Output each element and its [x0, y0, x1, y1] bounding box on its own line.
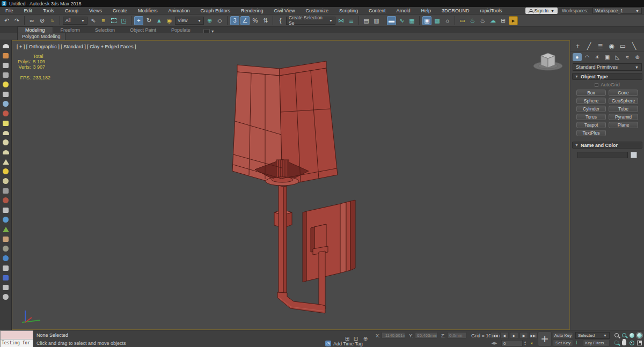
ribbon-toggle-icon[interactable]: ▬	[387, 16, 396, 25]
render-setup-icon[interactable]: ☼	[443, 16, 452, 25]
rectangular-selection-region-icon[interactable]	[109, 16, 118, 25]
render-iterative-teapot-icon[interactable]: ♨	[478, 16, 487, 25]
button-cone[interactable]: Cone	[609, 90, 638, 96]
menu-content[interactable]: Content	[363, 7, 391, 14]
group-objects-icon[interactable]	[2, 109, 10, 117]
frame-step-icon[interactable]: ◀▶	[491, 339, 498, 347]
redo-icon[interactable]: ↷	[12, 16, 21, 25]
particles-icon[interactable]	[2, 187, 10, 195]
angle-snap-icon[interactable]: ∠	[240, 16, 250, 25]
menu-file[interactable]: File	[0, 7, 19, 14]
absolute-mode-icon[interactable]: ⊕	[362, 335, 369, 342]
layer-explorer-icon[interactable]: ▤	[362, 16, 371, 25]
select-by-name-icon[interactable]: ≡	[99, 16, 108, 25]
sconce-model[interactable]	[12, 41, 570, 330]
button-box[interactable]: Box	[576, 90, 606, 96]
orbit-icon[interactable]	[628, 339, 635, 346]
auto-key-button[interactable]: Auto Key	[553, 332, 573, 339]
teapot-icon[interactable]	[2, 42, 10, 50]
selection-set-dropdown[interactable]: Selected ▼	[575, 332, 610, 339]
select-and-rotate-icon[interactable]: ↻	[144, 16, 153, 25]
object-type-header[interactable]: ▼ Object Type	[572, 73, 642, 80]
unlink-selection-icon[interactable]: ⊘	[38, 16, 47, 25]
cat-helpers-icon[interactable]: ◺	[613, 53, 622, 61]
menu-3dground[interactable]: 3DGROUND	[436, 7, 475, 14]
tab-hierarchy-icon[interactable]: ≣	[595, 41, 605, 51]
frame-spinner[interactable]: ▲▼	[524, 340, 528, 346]
tab-modify-icon[interactable]: ╱	[584, 41, 594, 51]
zoom-extents-icon[interactable]	[628, 331, 635, 339]
mirror-icon[interactable]: ⋈	[336, 16, 346, 25]
cat-spacewarps-icon[interactable]: ≈	[623, 53, 632, 61]
hand-icon[interactable]	[2, 235, 10, 243]
rendered-frame-window-icon[interactable]: ▭	[458, 16, 467, 25]
select-and-manipulate-icon[interactable]: ◇	[215, 16, 224, 25]
tab-create-icon[interactable]: +	[573, 41, 583, 51]
tab-utilities-icon[interactable]: ╲	[629, 41, 639, 51]
menu-help[interactable]: Help	[415, 7, 436, 14]
monitor-icon[interactable]	[2, 264, 10, 272]
button-tube[interactable]: Tube	[609, 106, 638, 112]
spinner-snap-icon[interactable]: ⇅	[261, 16, 270, 25]
box-primitive-icon[interactable]	[2, 119, 10, 127]
object-name-field[interactable]	[577, 152, 628, 158]
teapot-primitive-icon[interactable]	[2, 148, 10, 156]
menu-modifiers[interactable]: Modifiers	[133, 7, 163, 14]
open-autodesk-app-icon[interactable]: ▸	[509, 16, 518, 25]
select-object-icon[interactable]: ⇖	[89, 16, 98, 25]
cage-gizmo-icon[interactable]	[2, 206, 10, 214]
bind-to-space-warp-icon[interactable]: ≈	[48, 16, 57, 25]
undo-icon[interactable]: ↶	[2, 16, 11, 25]
reference-coordinate-dropdown[interactable]: View▼	[175, 17, 204, 25]
play-button[interactable]: ▶	[510, 332, 518, 339]
select-and-place-icon[interactable]: ◉	[165, 16, 174, 25]
cat-shapes-icon[interactable]: ◠	[583, 53, 592, 61]
listener-macro-line[interactable]	[1, 331, 33, 339]
sphere-primitive-icon[interactable]	[2, 138, 10, 146]
sun-icon[interactable]	[2, 167, 10, 175]
ribbon-tab-selection[interactable]: Selection	[87, 27, 122, 33]
ribbon-tab-object-paint[interactable]: Object Paint	[122, 27, 164, 33]
menu-graph-editors[interactable]: Graph Editors	[195, 7, 236, 14]
list-view-icon[interactable]	[2, 61, 10, 69]
slate-material-editor-icon[interactable]: ▩	[433, 16, 442, 25]
go-to-start-button[interactable]: |◀◀	[491, 332, 499, 339]
go-to-end-button[interactable]: ▶▶|	[529, 332, 538, 339]
ribbon-display-toggle[interactable]: ▼	[203, 29, 215, 33]
cat-cameras-icon[interactable]: ▣	[603, 53, 612, 61]
menu-create[interactable]: Create	[107, 7, 133, 14]
menu-arnold[interactable]: Arnold	[391, 7, 415, 14]
maxscript-mini-listener[interactable]: Testing for i	[0, 330, 33, 347]
pan-icon[interactable]	[620, 339, 628, 346]
menu-scripting[interactable]: Scripting	[334, 7, 363, 14]
render-presets-icon[interactable]: ⊞	[499, 16, 508, 25]
menu-views[interactable]: Views	[84, 7, 107, 14]
set-keys-button[interactable]: +	[538, 331, 552, 346]
blue-ball-icon[interactable]	[2, 254, 10, 262]
percent-snap-icon[interactable]: %	[251, 16, 260, 25]
ribbon-tab-populate[interactable]: Populate	[164, 27, 198, 33]
button-torus[interactable]: Torus	[576, 114, 606, 120]
object-color-swatch[interactable]	[631, 152, 637, 158]
select-and-scale-icon[interactable]: ▲	[155, 16, 164, 25]
view-cube[interactable]	[530, 46, 568, 76]
viewport-label[interactable]: [ + ] [ Orthographic ] [ Standard ] [ Cl…	[17, 44, 136, 49]
tab-motion-icon[interactable]: ◉	[606, 41, 617, 51]
spreadsheet-icon[interactable]	[2, 71, 10, 79]
maximize-viewport-icon[interactable]	[635, 339, 643, 346]
blue-box-icon[interactable]	[2, 274, 10, 282]
button-cylinder[interactable]: Cylinder	[576, 106, 606, 112]
button-geosphere[interactable]: GeoSphere	[609, 98, 638, 104]
select-and-link-icon[interactable]: ∞	[27, 16, 36, 25]
set-key-button[interactable]: Set Key	[553, 339, 573, 346]
y-field[interactable]: 65,463mm	[415, 332, 437, 338]
zoom-all-icon[interactable]	[620, 331, 628, 339]
material-editor-icon[interactable]: ▣	[422, 16, 431, 25]
workspace-dropdown[interactable]: Workspace_1 ▼	[592, 8, 642, 14]
menu-rapidtools[interactable]: rapidTools	[475, 7, 508, 14]
autogrid-checkbox[interactable]	[595, 83, 598, 87]
align-icon[interactable]: ≣	[347, 16, 356, 25]
zoom-extents-all-icon[interactable]	[635, 331, 643, 339]
button-pyramid[interactable]: Pyramid	[609, 114, 638, 120]
snaps-toggle-3d-icon[interactable]: 3	[230, 16, 239, 25]
